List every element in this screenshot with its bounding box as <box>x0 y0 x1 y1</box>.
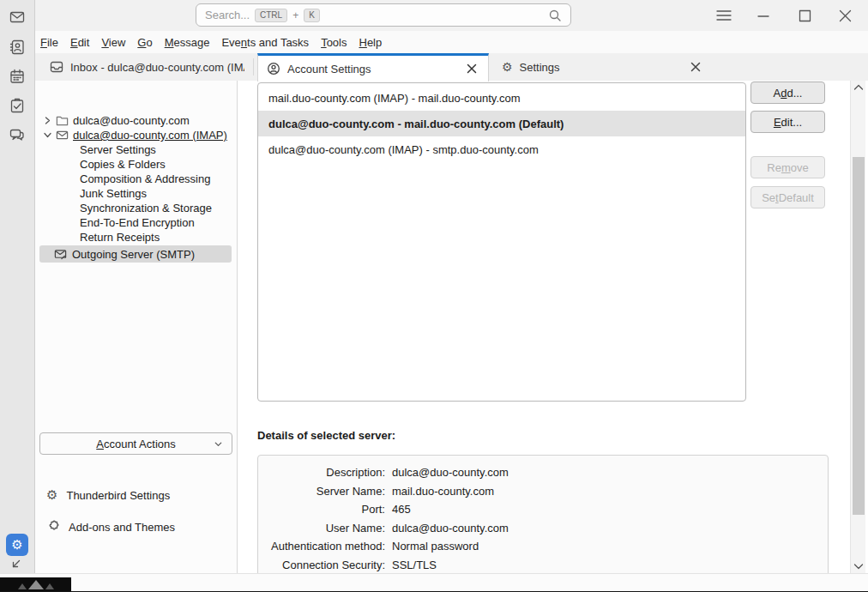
gear-icon: ⚙ <box>502 60 513 74</box>
close-icon <box>467 63 477 74</box>
menu-events-and-tasks[interactable]: Events and Tasks <box>215 33 315 52</box>
menu-view[interactable]: View <box>95 33 131 52</box>
tab-inbox[interactable]: Inbox - dulca@duo-county.com (IMAP <box>41 53 253 81</box>
set-default-button[interactable]: Set Default <box>750 186 825 208</box>
add-button[interactable]: Add... <box>750 82 825 104</box>
smtp-server-list: mail.duo-county.com (IMAP) - mail.duo-co… <box>257 82 746 402</box>
menu-go[interactable]: Go <box>131 33 158 52</box>
folder-icon <box>56 114 69 127</box>
search-placeholder: Search... <box>205 9 250 21</box>
smtp-server-icon <box>54 248 67 261</box>
address-book-space-button[interactable] <box>8 38 27 57</box>
account-actions-label: Account Actions <box>96 438 176 450</box>
tasks-icon <box>9 97 26 114</box>
menu-file[interactable]: File <box>34 33 64 52</box>
smtp-settings-pane: mail.duo-county.com (IMAP) - mail.duo-co… <box>238 81 868 573</box>
menu-tools[interactable]: Tools <box>315 33 353 52</box>
triangle-shape <box>28 580 44 589</box>
addons-themes-label: Add-ons and Themes <box>69 521 175 534</box>
address-book-icon <box>9 39 26 56</box>
triangle-shape <box>45 583 54 589</box>
tab-label: Account Settings <box>287 63 371 76</box>
detail-label: Authentication method: <box>258 540 385 553</box>
tree-item-server-settings[interactable]: Server Settings <box>80 142 156 157</box>
tree-item-outgoing-server[interactable]: Outgoing Server (SMTP) <box>39 245 232 263</box>
thunderbird-window: ⚙ Search... CTRL + K File <box>0 0 868 592</box>
close-tab-button[interactable] <box>688 59 703 75</box>
scrollbar-thumb[interactable] <box>853 157 865 515</box>
tab-bar: Inbox - dulca@duo-county.com (IMAP Accou… <box>34 53 868 82</box>
scroll-up-button[interactable] <box>853 84 864 91</box>
mail-space-button[interactable] <box>8 8 27 27</box>
spaces-toolbar: ⚙ <box>0 0 35 577</box>
detail-value: Normal password <box>392 540 828 553</box>
chat-space-button[interactable] <box>8 125 27 144</box>
menu-edit[interactable]: Edit <box>64 33 95 52</box>
search-icon <box>548 9 562 22</box>
menu-help[interactable]: Help <box>353 33 388 52</box>
menu-message[interactable]: Message <box>159 33 216 52</box>
detail-value: 465 <box>392 503 828 516</box>
account-icon <box>267 62 280 76</box>
tree-item-return-receipts[interactable]: Return Receipts <box>80 230 160 245</box>
tab-account-settings[interactable]: Account Settings <box>257 53 489 82</box>
minimize-icon <box>757 9 769 21</box>
detail-row: Authentication method: Normal password <box>258 537 828 556</box>
search-input[interactable]: Search... CTRL + K <box>196 3 571 27</box>
taskbar-fragment <box>0 577 71 591</box>
thunderbird-settings-link[interactable]: ⚙ Thunderbird Settings <box>46 486 170 504</box>
inbox-icon <box>50 60 63 74</box>
scroll-down-button[interactable] <box>853 563 864 570</box>
details-heading: Details of selected server: <box>257 429 395 442</box>
tab-settings[interactable]: ⚙ Settings <box>493 53 712 81</box>
detail-label: Port: <box>258 503 385 516</box>
tree-item-end-to-end-encryption[interactable]: End-To-End Encryption <box>80 215 195 230</box>
close-window-button[interactable] <box>834 4 856 27</box>
edit-button[interactable]: Edit... <box>750 111 825 133</box>
menu-bar: File Edit View Go Message Events and Tas… <box>34 31 868 54</box>
thunderbird-settings-label: Thunderbird Settings <box>66 489 170 502</box>
tree-item-label: Outgoing Server (SMTP) <box>72 248 195 261</box>
app-menu-button[interactable] <box>713 4 735 27</box>
smtp-server-row[interactable]: mail.duo-county.com (IMAP) - mail.duo-co… <box>258 85 745 111</box>
settings-space-button[interactable]: ⚙ <box>6 534 28 556</box>
k-key-badge: K <box>304 9 320 22</box>
tree-account-label: dulca@duo-county.com <box>73 114 190 127</box>
chevron-down-icon[interactable] <box>43 131 51 139</box>
tree-item-synchronization-storage[interactable]: Synchronization & Storage <box>80 201 212 215</box>
tab-label: Settings <box>520 61 560 74</box>
maximize-icon <box>799 9 811 22</box>
calendar-space-button[interactable] <box>8 67 27 86</box>
chevron-down-icon <box>214 439 223 449</box>
tree-account-imap[interactable]: dulca@duo-county.com (IMAP) <box>34 128 238 142</box>
tree-item-composition-addressing[interactable]: Composition & Addressing <box>80 172 210 186</box>
tab-separator <box>253 58 254 76</box>
tree-account-label: dulca@duo-county.com (IMAP) <box>73 129 227 142</box>
tasks-space-button[interactable] <box>8 96 27 115</box>
remove-button[interactable]: Remove <box>750 156 825 178</box>
tree-item-junk-settings[interactable]: Junk Settings <box>80 186 147 201</box>
detail-row: Connection Security: SSL/TLS <box>258 556 828 575</box>
close-tab-button[interactable] <box>464 61 479 76</box>
vertical-scrollbar[interactable] <box>850 81 865 573</box>
maximize-button[interactable] <box>793 4 816 27</box>
chevron-right-icon[interactable] <box>43 117 51 124</box>
collapse-arrow-icon <box>9 559 22 572</box>
chat-icon <box>9 126 26 143</box>
minimize-button[interactable] <box>752 4 775 27</box>
mail-icon <box>9 9 26 26</box>
tree-item-copies-folders[interactable]: Copies & Folders <box>80 157 166 172</box>
detail-row: Description: dulca@duo-county.com <box>258 463 828 482</box>
account-actions-button[interactable]: Account Actions <box>39 432 232 455</box>
collapse-spaces-button[interactable] <box>9 559 22 572</box>
mail-account-icon <box>56 129 69 142</box>
detail-label: Connection Security: <box>258 559 385 571</box>
server-details-panel: Description: dulca@duo-county.com Server… <box>257 455 829 575</box>
tab-label: Inbox - dulca@duo-county.com (IMAP <box>70 61 244 74</box>
addons-themes-link[interactable]: Add-ons and Themes <box>46 518 175 535</box>
hamburger-icon <box>716 9 732 21</box>
plus-sign: + <box>292 9 298 21</box>
smtp-server-row-selected[interactable]: dulca@duo-county.com - mail.duo-county.c… <box>258 111 745 136</box>
tree-account-local[interactable]: dulca@duo-county.com <box>34 113 238 128</box>
smtp-server-row[interactable]: dulca@duo-county.com (IMAP) - smtp.duo-c… <box>258 136 745 162</box>
